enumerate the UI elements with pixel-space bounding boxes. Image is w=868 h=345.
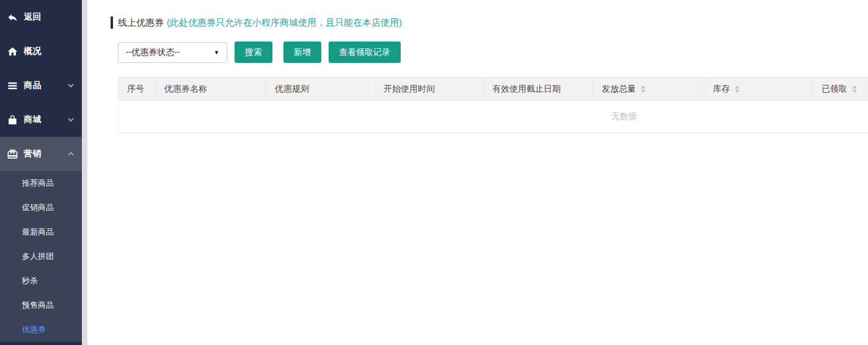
column-header-claimed[interactable]: 已领取 xyxy=(813,78,864,101)
column-header-expiry-date: 有效使用截止日期 xyxy=(484,78,593,101)
filter-toolbar: --优惠券状态-- ▼ 搜索 新增 查看领取记录 xyxy=(118,42,868,63)
submenu-item-coupons[interactable]: 优惠券 xyxy=(0,318,82,342)
submenu-item-presale-products[interactable]: 预售商品 xyxy=(0,293,82,318)
submenu-item-flash-sale[interactable]: 秒杀 xyxy=(0,269,82,293)
column-header-coupon-rule: 优惠规则 xyxy=(266,78,375,101)
table-header-row: 序号 优惠券名称 优惠规则 开始使用时间 有效使用截止日期 发放总量 库存 xyxy=(119,78,868,101)
column-header-offscreen xyxy=(864,78,868,101)
sidebar-item-marketing[interactable]: 营销 xyxy=(0,137,82,171)
chevron-down-icon xyxy=(67,116,75,123)
sidebar-item-label: 商品 xyxy=(24,80,67,91)
column-header-stock[interactable]: 库存 xyxy=(704,78,813,101)
list-icon xyxy=(5,79,19,92)
gift-icon xyxy=(5,147,19,161)
marketing-submenu: 推荐商品 促销商品 最新商品 多人拼团 秒杀 预售商品 优惠券 xyxy=(0,171,82,342)
search-button[interactable]: 搜索 xyxy=(235,42,272,63)
empty-row: 无数据 xyxy=(119,101,868,133)
submenu-item-newest-products[interactable]: 最新商品 xyxy=(0,220,82,244)
chevron-down-icon xyxy=(67,82,75,89)
page-title-row: 线上优惠券 (此处优惠券只允许在小程序商城使用，且只能在本店使用) xyxy=(111,16,868,29)
back-arrow-icon xyxy=(5,10,19,24)
add-button[interactable]: 新增 xyxy=(283,42,321,63)
view-claim-records-button[interactable]: 查看领取记录 xyxy=(329,42,401,63)
sidebar-item-back[interactable]: 返回 xyxy=(0,0,82,34)
column-header-index: 序号 xyxy=(119,78,156,101)
main-content: 线上优惠券 (此处优惠券只允许在小程序商城使用，且只能在本店使用) --优惠券状… xyxy=(87,0,868,345)
sidebar-item-label: 返回 xyxy=(24,12,82,23)
home-icon xyxy=(5,45,19,58)
empty-state-text: 无数据 xyxy=(611,111,637,121)
sort-icon xyxy=(641,85,646,93)
coupon-status-select[interactable]: --优惠券状态-- ▼ xyxy=(118,42,227,63)
page-title: 线上优惠券 xyxy=(118,17,164,29)
chevron-up-icon xyxy=(67,150,75,158)
sidebar-item-label: 商城 xyxy=(24,114,67,125)
coupons-table: 序号 优惠券名称 优惠规则 开始使用时间 有效使用截止日期 发放总量 库存 xyxy=(118,77,868,133)
submenu-item-group-buy[interactable]: 多人拼团 xyxy=(0,244,82,269)
coupon-status-select-value: --优惠券状态-- xyxy=(126,47,180,58)
column-header-total-issued[interactable]: 发放总量 xyxy=(593,78,704,101)
column-header-coupon-name: 优惠券名称 xyxy=(156,78,266,101)
sidebar-item-label: 营销 xyxy=(24,148,67,159)
sort-icon xyxy=(852,85,857,93)
bag-icon xyxy=(5,113,19,126)
sidebar-item-products[interactable]: 商品 xyxy=(0,68,82,103)
select-caret-icon: ▼ xyxy=(214,49,219,56)
sidebar-divider xyxy=(82,0,87,345)
sidebar: 返回 概况 商品 商城 营销 推荐商品 促销 xyxy=(0,0,82,345)
column-header-start-time: 开始使用时间 xyxy=(375,78,484,101)
sidebar-item-overview[interactable]: 概况 xyxy=(0,34,82,68)
submenu-item-promotion-products[interactable]: 促销商品 xyxy=(0,195,82,220)
page-subtitle: (此处优惠券只允许在小程序商城使用，且只能在本店使用) xyxy=(167,17,402,29)
sidebar-item-mall[interactable]: 商城 xyxy=(0,103,82,137)
sidebar-item-label: 概况 xyxy=(24,46,82,57)
submenu-item-recommended-products[interactable]: 推荐商品 xyxy=(0,171,82,195)
sort-icon xyxy=(735,85,740,93)
